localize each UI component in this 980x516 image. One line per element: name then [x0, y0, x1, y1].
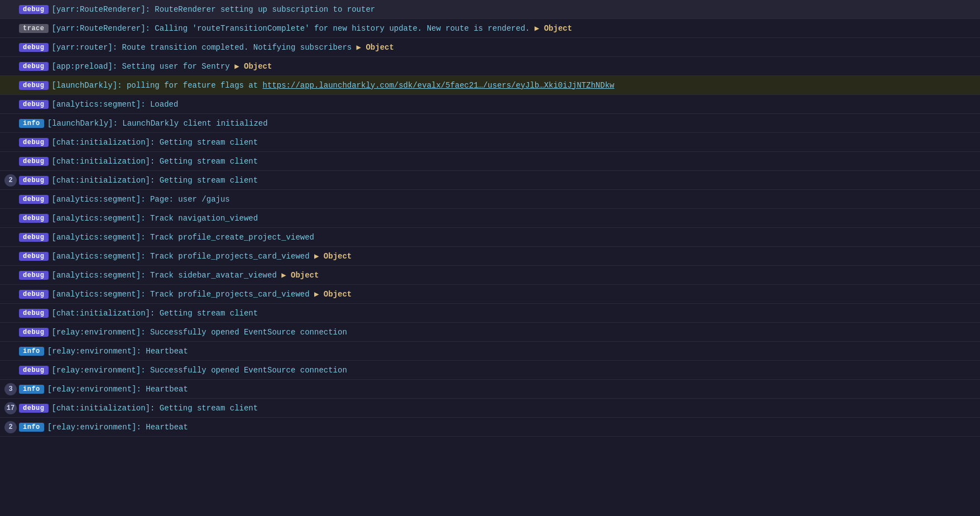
log-message: [analytics:segment]: Track navigation_vi…	[52, 214, 976, 223]
log-row[interactable]: debug[analytics:segment]: Track profile_…	[0, 247, 980, 266]
badge-wrap: 17debug	[4, 402, 49, 414]
level-badge: debug	[19, 43, 49, 52]
badge-wrap: debug	[4, 366, 49, 375]
badge-wrap: debug	[4, 5, 49, 14]
level-badge: debug	[19, 81, 49, 90]
log-message: [chat:initialization]: Getting stream cl…	[52, 309, 976, 318]
object-expander[interactable]: ▶ Object	[357, 43, 394, 52]
badge-wrap: debug	[4, 328, 49, 337]
level-badge: debug	[19, 271, 49, 280]
log-row[interactable]: 17debug[chat:initialization]: Getting st…	[0, 399, 980, 418]
log-link[interactable]: https://app.launchdarkly.com/sdk/evalx/5…	[263, 81, 614, 90]
log-row[interactable]: debug[app:preload]: Setting user for Sen…	[0, 57, 980, 76]
log-message: [relay:environment]: Successfully opened…	[52, 366, 976, 375]
log-message: [yarr:RouteRenderer]: Calling 'routeTran…	[52, 23, 976, 33]
level-badge: debug	[19, 157, 49, 166]
log-row[interactable]: debug[yarr:RouteRenderer]: RouteRenderer…	[0, 0, 980, 19]
level-badge: debug	[19, 214, 49, 223]
level-badge: debug	[19, 366, 49, 375]
log-row[interactable]: debug[analytics:segment]: Track profile_…	[0, 285, 980, 304]
log-row[interactable]: 2debug[chat:initialization]: Getting str…	[0, 171, 980, 190]
badge-wrap: 2info	[4, 421, 44, 433]
log-row[interactable]: debug[analytics:segment]: Track navigati…	[0, 209, 980, 228]
level-badge: info	[19, 385, 44, 394]
level-badge: debug	[19, 252, 49, 261]
count-circle: 2	[4, 421, 17, 433]
badge-wrap: debug	[4, 43, 49, 52]
log-row[interactable]: trace[yarr:RouteRenderer]: Calling 'rout…	[0, 19, 980, 38]
object-expander[interactable]: ▶ Object	[314, 290, 352, 299]
level-badge: debug	[19, 100, 49, 109]
object-expander[interactable]: ▶ Object	[281, 271, 319, 280]
level-badge: debug	[19, 233, 49, 242]
log-message: [relay:environment]: Heartbeat	[47, 347, 976, 356]
log-row[interactable]: 3info[relay:environment]: Heartbeat	[0, 380, 980, 399]
count-circle: 17	[4, 402, 17, 414]
log-message: [analytics:segment]: Track profile_proje…	[52, 289, 976, 299]
badge-wrap: debug	[4, 214, 49, 223]
log-message: [relay:environment]: Heartbeat	[47, 423, 976, 432]
badge-wrap: 3info	[4, 383, 44, 395]
log-row[interactable]: debug[analytics:segment]: Loaded	[0, 95, 980, 114]
log-message: [app:preload]: Setting user for Sentry ▶…	[52, 61, 976, 71]
log-row[interactable]: debug[chat:initialization]: Getting stre…	[0, 152, 980, 171]
level-badge: trace	[19, 24, 49, 33]
level-badge: info	[19, 423, 44, 432]
badge-wrap: info	[4, 119, 44, 128]
log-message: [launchDarkly]: LaunchDarkly client init…	[47, 119, 976, 128]
level-badge: debug	[19, 309, 49, 318]
object-expander[interactable]: ▶ Object	[314, 252, 352, 261]
level-badge: debug	[19, 195, 49, 204]
level-badge: debug	[19, 62, 49, 71]
count-circle: 3	[4, 383, 17, 395]
log-message: [chat:initialization]: Getting stream cl…	[52, 157, 976, 166]
console-panel: debug[yarr:RouteRenderer]: RouteRenderer…	[0, 0, 980, 516]
log-row[interactable]: debug[analytics:segment]: Track profile_…	[0, 228, 980, 247]
badge-wrap: info	[4, 347, 44, 356]
log-row[interactable]: debug[relay:environment]: Successfully o…	[0, 323, 980, 342]
log-row[interactable]: 2info[relay:environment]: Heartbeat	[0, 418, 980, 437]
log-message: [analytics:segment]: Track profile_proje…	[52, 251, 976, 261]
level-badge: info	[19, 119, 44, 128]
log-message: [analytics:segment]: Loaded	[52, 100, 976, 109]
log-message: [analytics:segment]: Page: user /gajus	[52, 195, 976, 204]
badge-wrap: debug	[4, 233, 49, 242]
log-message: [launchDarkly]: polling for feature flag…	[52, 81, 976, 90]
badge-wrap: debug	[4, 252, 49, 261]
badge-wrap: debug	[4, 290, 49, 299]
log-row[interactable]: info[relay:environment]: Heartbeat	[0, 342, 980, 361]
level-badge: debug	[19, 328, 49, 337]
log-row[interactable]: debug[chat:initialization]: Getting stre…	[0, 133, 980, 152]
log-row[interactable]: info[launchDarkly]: LaunchDarkly client …	[0, 114, 980, 133]
count-circle: 2	[4, 174, 17, 187]
log-row[interactable]: debug[chat:initialization]: Getting stre…	[0, 304, 980, 323]
level-badge: debug	[19, 176, 49, 185]
level-badge: info	[19, 347, 44, 356]
level-badge: debug	[19, 5, 49, 14]
object-expander[interactable]: ▶ Object	[535, 24, 572, 33]
log-message: [analytics:segment]: Track profile_creat…	[52, 233, 976, 242]
object-expander[interactable]: ▶ Object	[234, 62, 272, 71]
log-message: [chat:initialization]: Getting stream cl…	[52, 138, 976, 147]
badge-wrap: debug	[4, 271, 49, 280]
log-row[interactable]: debug[analytics:segment]: Page: user /ga…	[0, 190, 980, 209]
badge-wrap: debug	[4, 195, 49, 204]
badge-wrap: debug	[4, 62, 49, 71]
log-message: [chat:initialization]: Getting stream cl…	[52, 176, 976, 185]
log-row[interactable]: debug[analytics:segment]: Track sidebar_…	[0, 266, 980, 285]
log-message: [yarr:router]: Route transition complete…	[52, 42, 976, 52]
log-message: [relay:environment]: Heartbeat	[47, 385, 976, 394]
log-message: [chat:initialization]: Getting stream cl…	[52, 404, 976, 413]
badge-wrap: debug	[4, 81, 49, 90]
badge-wrap: debug	[4, 157, 49, 166]
badge-wrap: trace	[4, 24, 49, 33]
log-row[interactable]: debug[relay:environment]: Successfully o…	[0, 361, 980, 380]
level-badge: debug	[19, 404, 49, 413]
badge-wrap: debug	[4, 138, 49, 147]
log-row[interactable]: debug[launchDarkly]: polling for feature…	[0, 76, 980, 95]
level-badge: debug	[19, 138, 49, 147]
log-row[interactable]: debug[yarr:router]: Route transition com…	[0, 38, 980, 57]
log-message: [yarr:RouteRenderer]: RouteRenderer sett…	[52, 5, 976, 14]
badge-wrap: 2debug	[4, 174, 49, 187]
badge-wrap: debug	[4, 100, 49, 109]
